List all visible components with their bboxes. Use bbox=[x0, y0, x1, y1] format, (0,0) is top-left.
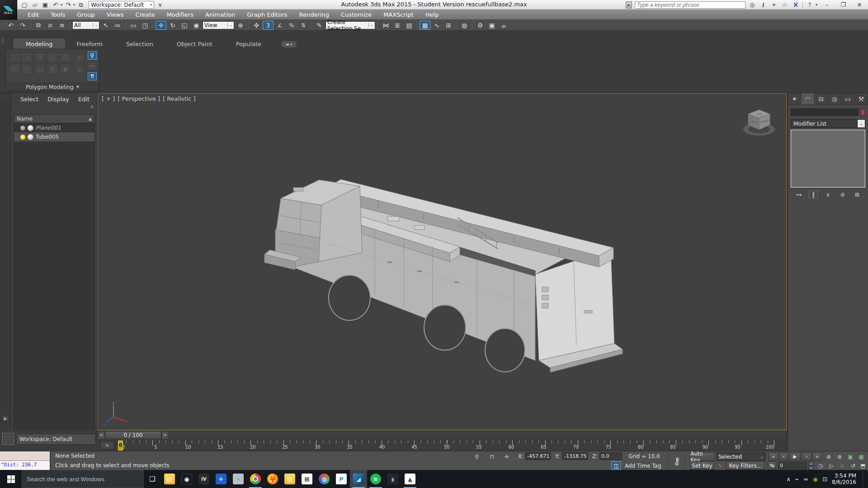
object-color-swatch[interactable] bbox=[861, 109, 865, 116]
named-selection-sets-dropdown[interactable]: Create Selection Se⌄ bbox=[326, 21, 375, 29]
edit-named-selection-sets-button[interactable]: ✎ bbox=[314, 21, 325, 30]
zoom-region-button[interactable]: ▷ bbox=[826, 461, 836, 470]
explorer-menu-overflow[interactable]: » bbox=[11, 103, 97, 111]
select-object-button[interactable]: ↖ bbox=[100, 21, 111, 30]
list-item-tube005[interactable]: Tube005 bbox=[14, 132, 94, 141]
use-pivot-point-center-button[interactable]: ⊕ bbox=[235, 21, 246, 30]
key-mode-dropdown[interactable]: Selected⌄ bbox=[716, 452, 766, 461]
photos-icon[interactable]: ▲ bbox=[401, 470, 419, 488]
select-and-link-button[interactable]: ⧉ bbox=[33, 21, 44, 30]
spinner-snap-toggle[interactable]: ⇅ bbox=[298, 21, 309, 30]
poly-mode-button-4[interactable]: ⊞ bbox=[47, 64, 58, 75]
listener-script-line[interactable]: "Dist: 236.7 bbox=[0, 461, 50, 470]
next-frame-button[interactable]: › bbox=[802, 452, 811, 461]
listener-macro-line[interactable] bbox=[0, 451, 50, 461]
dock-grip[interactable]: ⋮⋮ bbox=[0, 95, 11, 100]
tray-expand-icon[interactable]: ∧ bbox=[787, 476, 791, 483]
menu-item[interactable]: Help bbox=[420, 10, 445, 19]
time-configuration-button[interactable]: ◷ bbox=[816, 461, 826, 470]
ribbon-tab-modeling[interactable]: Modeling bbox=[14, 39, 65, 49]
system-monitor-icon[interactable]: ∿ bbox=[230, 470, 247, 488]
y-coordinate-field[interactable]: -1318.75 bbox=[562, 452, 588, 460]
modifier-list-dropdown[interactable]: Modifier List ⌄ bbox=[791, 119, 865, 128]
previous-frame-button[interactable]: ‹ bbox=[779, 452, 788, 461]
selection-lock-icon[interactable]: ⊓ bbox=[487, 453, 497, 461]
zoom-extents-button[interactable]: ▣ bbox=[845, 452, 855, 461]
firefox-icon[interactable]: 🦊 bbox=[264, 470, 281, 488]
taskbar-clock[interactable]: 3:54 PM 8/6/2016 bbox=[832, 473, 856, 485]
pan-button[interactable]: ☞ bbox=[837, 461, 847, 470]
redo-scene-button[interactable]: ↷ bbox=[17, 21, 28, 30]
new-key-filter-icon[interactable]: ∿ bbox=[715, 461, 725, 469]
file-explorer-icon[interactable]: ▤ bbox=[161, 470, 178, 488]
poly-mode-button-3[interactable]: ▢ bbox=[34, 64, 46, 75]
selection-filter-dropdown[interactable]: All⌄ bbox=[72, 21, 99, 29]
bind-to-space-warp-button[interactable]: ≋ bbox=[57, 21, 67, 30]
application-menu-button[interactable]: ◥◣ MAX bbox=[0, 0, 17, 20]
select-and-scale-button[interactable]: ◱ bbox=[179, 21, 190, 30]
x-coordinate-field[interactable]: -457.671 bbox=[525, 452, 551, 460]
add-time-tag-label[interactable]: Add Time Tag bbox=[625, 463, 661, 469]
menu-item[interactable]: Graph Editors bbox=[241, 10, 293, 19]
orbit-button[interactable]: ↺ bbox=[848, 461, 858, 470]
schematic-view-button[interactable]: ⊞ bbox=[443, 21, 454, 30]
collapse-stack-down-button[interactable]: ↧ bbox=[75, 66, 85, 75]
subobject-polygon-button[interactable]: ▢ bbox=[47, 52, 58, 63]
mirror-button[interactable]: ⋈ bbox=[380, 21, 391, 30]
minimize-button[interactable]: – bbox=[820, 1, 834, 8]
media-player-icon[interactable]: ◍ bbox=[316, 470, 333, 488]
maxscript-mini-listener[interactable]: "Dist: 236.7 bbox=[0, 451, 51, 470]
curve-editor-button[interactable]: ∿ bbox=[431, 21, 442, 30]
explorer-menu-select[interactable]: Select bbox=[18, 96, 41, 103]
snaps-toggle[interactable]: 3 bbox=[263, 21, 274, 30]
spotify-icon[interactable]: ≋ bbox=[367, 470, 384, 488]
list-item-plane001[interactable]: Plane001 bbox=[14, 123, 94, 132]
rendered-frame-window-button[interactable]: ▣ bbox=[486, 21, 497, 30]
nvidia-icon[interactable]: ◉ bbox=[813, 476, 818, 483]
maximize-viewport-toggle[interactable]: ⬒ bbox=[858, 461, 868, 470]
render-production-button[interactable]: ☕ bbox=[498, 21, 509, 30]
current-frame-field[interactable]: 0 bbox=[778, 462, 807, 469]
play-button[interactable]: ▶ bbox=[789, 452, 801, 461]
material-editor-button[interactable]: ◍ bbox=[459, 21, 470, 30]
menu-item[interactable]: Edit bbox=[22, 10, 45, 19]
start-button[interactable] bbox=[0, 470, 22, 488]
select-and-move-button[interactable]: ✛ bbox=[156, 21, 166, 30]
zoom-all-button[interactable]: ⊛ bbox=[835, 452, 844, 461]
show-desktop-button[interactable] bbox=[863, 470, 865, 488]
time-slider-track[interactable] bbox=[169, 431, 787, 439]
select-and-manipulate-button[interactable]: ◉ bbox=[191, 21, 202, 30]
help-flyout-icon[interactable]: ▾ bbox=[816, 3, 817, 7]
subobject-element-button[interactable]: ⬡ bbox=[59, 52, 71, 63]
tab-display[interactable]: ▭ bbox=[841, 93, 855, 104]
app-d-icon[interactable]: ◗ bbox=[384, 470, 401, 488]
ribbon-tab-freeform[interactable]: Freeform bbox=[65, 39, 114, 49]
toolbar-grip[interactable]: ⋮⋮ bbox=[1, 22, 5, 28]
name-column-header[interactable]: Name ▲ bbox=[14, 114, 95, 123]
explorer-menu-edit[interactable]: Edit bbox=[75, 96, 92, 103]
subobject-vertex-button[interactable]: ⁘ bbox=[9, 52, 20, 63]
perspective-viewport[interactable]: [ + ] [ Perspective ] [ Realistic ] bbox=[98, 93, 787, 430]
menu-item[interactable]: Customize bbox=[335, 10, 377, 19]
select-and-rotate-button[interactable]: ↻ bbox=[167, 21, 178, 30]
menu-item[interactable]: Tools bbox=[45, 10, 71, 19]
tab-utilities[interactable]: ⚒ bbox=[855, 93, 868, 104]
app-p-icon[interactable]: P bbox=[333, 470, 350, 488]
select-by-name-button[interactable]: ≔ bbox=[112, 21, 123, 30]
edit-poly-mode-toggle[interactable]: ⇈ bbox=[87, 72, 97, 81]
time-tag-icon[interactable]: ◫ bbox=[611, 461, 621, 470]
undo-scene-button[interactable]: ↶ bbox=[5, 21, 16, 30]
ribbon-minimize-button[interactable]: ▬ ▾ bbox=[281, 41, 297, 47]
auto-key-button[interactable]: Auto Key bbox=[690, 452, 714, 461]
poly-mode-button-5[interactable]: ◉ bbox=[59, 64, 71, 75]
ribbon-grip[interactable]: ‖ bbox=[1, 37, 4, 43]
set-keys-button[interactable]: ⚷ bbox=[668, 453, 685, 469]
ribbon-tab-selection[interactable]: Selection bbox=[114, 39, 165, 49]
tab-hierarchy[interactable]: ⊟ bbox=[815, 93, 828, 104]
menu-item[interactable]: Rendering bbox=[293, 10, 335, 19]
panel-caption[interactable]: Polygon Modeling ▼ bbox=[6, 83, 99, 91]
z-coordinate-field[interactable]: 0.0 bbox=[599, 452, 622, 460]
current-frame-marker[interactable]: 0 bbox=[118, 441, 123, 450]
frame-spinner[interactable]: ▴ ▾ bbox=[808, 461, 814, 470]
close-button[interactable]: ✕ bbox=[853, 1, 866, 8]
